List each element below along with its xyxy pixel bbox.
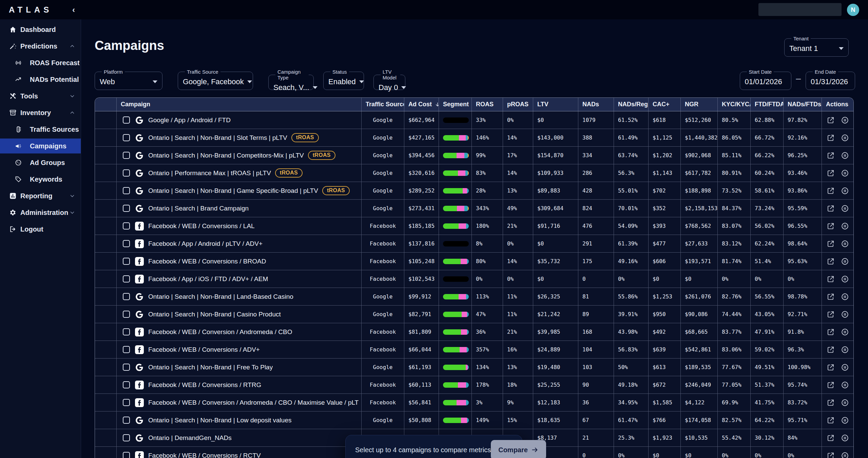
row-checkbox[interactable] — [123, 364, 130, 371]
end-date-input[interactable]: End Date 01/31/2026 — [806, 69, 855, 90]
pause-campaign-icon[interactable] — [841, 222, 849, 230]
open-campaign-icon[interactable] — [827, 134, 835, 142]
open-campaign-icon[interactable] — [827, 452, 835, 458]
row-checkbox[interactable] — [123, 346, 130, 353]
open-campaign-icon[interactable] — [827, 275, 835, 283]
row-checkbox[interactable] — [123, 152, 130, 159]
row-checkbox[interactable] — [123, 205, 130, 212]
status-select[interactable]: Status Enabled — [323, 69, 364, 90]
row-checkbox[interactable] — [123, 187, 130, 194]
column-header-roas[interactable]: ROAS — [472, 98, 503, 111]
sidebar-item-traffic-sources[interactable]: Traffic Sources — [0, 122, 81, 137]
pause-campaign-icon[interactable] — [841, 134, 849, 142]
platform-select[interactable]: Platform Web — [95, 69, 162, 90]
pause-campaign-icon[interactable] — [841, 293, 849, 301]
pause-campaign-icon[interactable] — [841, 204, 849, 213]
pause-campaign-icon[interactable] — [841, 363, 849, 371]
pause-campaign-icon[interactable] — [841, 187, 849, 195]
row-checkbox[interactable] — [123, 328, 130, 335]
open-campaign-icon[interactable] — [827, 363, 835, 371]
sidebar-item-nads-potential[interactable]: NADs Potential — [0, 72, 81, 87]
pause-campaign-icon[interactable] — [841, 381, 849, 389]
sidebar-item-campaigns[interactable]: Campaigns — [0, 139, 81, 153]
row-checkbox[interactable] — [123, 399, 130, 406]
pause-campaign-icon[interactable] — [841, 328, 849, 336]
sidebar-item-inventory[interactable]: Inventory — [0, 105, 81, 120]
row-checkbox[interactable] — [123, 258, 130, 265]
pause-campaign-icon[interactable] — [841, 434, 849, 442]
pause-campaign-icon[interactable] — [841, 399, 849, 407]
open-campaign-icon[interactable] — [827, 240, 835, 248]
sidebar-collapse-icon[interactable]: ‹ — [72, 6, 75, 14]
row-checkbox[interactable] — [123, 381, 130, 388]
column-header-traffic_source[interactable]: Traffic Source — [362, 98, 404, 111]
open-campaign-icon[interactable] — [827, 346, 835, 354]
open-campaign-icon[interactable] — [827, 416, 835, 424]
sidebar-item-keywords[interactable]: Keywords — [0, 172, 81, 187]
column-header-campaign[interactable]: Campaign — [117, 98, 362, 111]
column-header-nads[interactable]: NADs — [578, 98, 614, 111]
pause-campaign-icon[interactable] — [841, 310, 849, 318]
column-header-cac[interactable]: CAC+ — [649, 98, 681, 111]
sidebar-item-ad-groups[interactable]: Ad Groups — [0, 155, 81, 170]
column-header-proas[interactable]: pROAS — [503, 98, 533, 111]
pause-campaign-icon[interactable] — [841, 240, 849, 248]
open-campaign-icon[interactable] — [827, 116, 835, 124]
ltv-model-select[interactable]: LTV Model Day 0 — [373, 69, 405, 90]
sidebar-item-dashboard[interactable]: Dashboard — [0, 22, 81, 37]
row-checkbox[interactable] — [123, 452, 130, 458]
pause-campaign-icon[interactable] — [841, 452, 849, 458]
open-campaign-icon[interactable] — [827, 169, 835, 177]
row-checkbox[interactable] — [123, 417, 130, 424]
open-campaign-icon[interactable] — [827, 328, 835, 336]
pause-campaign-icon[interactable] — [841, 275, 849, 283]
pause-campaign-icon[interactable] — [841, 116, 849, 124]
column-header-kyc[interactable]: KYC/KYCA % — [718, 98, 751, 111]
pause-campaign-icon[interactable] — [841, 151, 849, 160]
open-campaign-icon[interactable] — [827, 293, 835, 301]
campaign-type-select[interactable]: Campaign Type Seach, V... — [268, 69, 314, 90]
traffic-source-select[interactable]: Traffic Source Google, Facebook — [178, 69, 253, 90]
open-campaign-icon[interactable] — [827, 151, 835, 160]
tenant-select[interactable]: Tenant Tenant 1 — [784, 36, 849, 57]
open-campaign-icon[interactable] — [827, 222, 835, 230]
open-campaign-icon[interactable] — [827, 381, 835, 389]
open-campaign-icon[interactable] — [827, 399, 835, 407]
compare-button[interactable]: Compare — [491, 440, 546, 458]
column-header-nads_ftds[interactable]: NADs/FTDs... — [784, 98, 822, 111]
column-header-actions[interactable]: Actions — [822, 98, 853, 111]
column-header-ad_cost[interactable]: Ad Cost — [404, 98, 439, 111]
pause-campaign-icon[interactable] — [841, 416, 849, 424]
row-checkbox[interactable] — [123, 240, 130, 247]
row-checkbox[interactable] — [123, 169, 130, 177]
row-checkbox[interactable] — [123, 434, 130, 441]
column-header-sel[interactable] — [95, 98, 117, 111]
column-header-ftd[interactable]: FTD/FTDA % — [751, 98, 784, 111]
open-campaign-icon[interactable] — [827, 257, 835, 265]
column-header-nads_reg[interactable]: NADs/Reg % — [614, 98, 649, 111]
open-campaign-icon[interactable] — [827, 204, 835, 213]
column-header-ngr[interactable]: NGR — [681, 98, 718, 111]
row-checkbox[interactable] — [123, 116, 130, 124]
pause-campaign-icon[interactable] — [841, 257, 849, 265]
column-header-ltv[interactable]: LTV — [533, 98, 578, 111]
row-checkbox[interactable] — [123, 311, 130, 318]
row-checkbox[interactable] — [123, 222, 130, 230]
row-checkbox[interactable] — [123, 275, 130, 282]
avatar[interactable]: N — [847, 4, 859, 16]
sidebar-item-administration[interactable]: Administration — [0, 205, 81, 220]
sidebar-item-predictions[interactable]: Predictions — [0, 39, 81, 54]
open-campaign-icon[interactable] — [827, 434, 835, 442]
row-checkbox[interactable] — [123, 134, 130, 141]
sidebar-item-reporting[interactable]: Reporting — [0, 188, 81, 203]
pause-campaign-icon[interactable] — [841, 346, 849, 354]
sidebar-item-logout[interactable]: Logout — [0, 222, 81, 237]
sidebar-item-roas-forecast[interactable]: ROAS Forecast — [0, 55, 81, 70]
sidebar-item-tools[interactable]: Tools — [0, 89, 81, 104]
row-checkbox[interactable] — [123, 293, 130, 300]
open-campaign-icon[interactable] — [827, 187, 835, 195]
search-input[interactable] — [758, 3, 842, 16]
pause-campaign-icon[interactable] — [841, 169, 849, 177]
open-campaign-icon[interactable] — [827, 310, 835, 318]
start-date-input[interactable]: Start Date 01/01/2026 — [740, 69, 791, 90]
